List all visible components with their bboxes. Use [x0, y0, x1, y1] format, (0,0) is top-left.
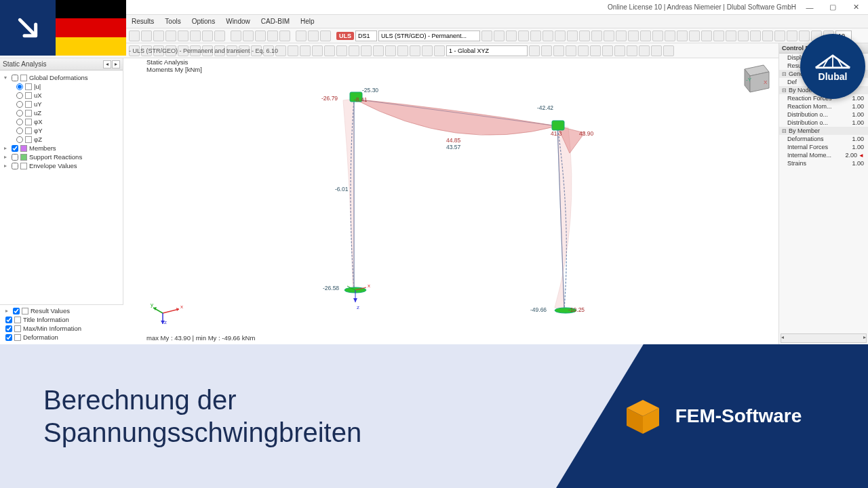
toolbar-button[interactable]: [494, 30, 505, 41]
row-deformations[interactable]: Deformations1.00: [779, 135, 868, 143]
toolbar-button[interactable]: [267, 30, 278, 41]
toolbar-button[interactable]: [231, 30, 241, 41]
tree-phix[interactable]: φX: [1, 117, 121, 126]
toolbar-button[interactable]: [663, 45, 674, 56]
control-panel-scrollbar[interactable]: ◂▸: [781, 333, 867, 343]
tree-uy[interactable]: uY: [1, 100, 121, 108]
orientation-cube[interactable]: -Y X: [736, 60, 773, 96]
toolbar-button[interactable]: [506, 30, 517, 41]
toolbar-button[interactable]: [279, 30, 290, 41]
model-viewport[interactable]: Static Analysis Moments My [kNm] -Y X x …: [123, 58, 778, 344]
combo-coordsys[interactable]: 1 - Global XYZ: [446, 45, 528, 56]
toolbar-button[interactable]: [410, 45, 420, 56]
tree-ux[interactable]: uX: [1, 91, 121, 100]
tree-phiy[interactable]: φY: [1, 126, 121, 135]
toolbar-button[interactable]: [787, 30, 797, 41]
tree-deformation[interactable]: Deformation: [3, 333, 121, 342]
toolbar-button[interactable]: [518, 30, 529, 41]
row-dist1[interactable]: Distribution o...1.00: [779, 110, 868, 119]
toolbar-button[interactable]: [481, 30, 492, 41]
toolbar-button[interactable]: [665, 30, 675, 41]
toolbar-button[interactable]: [578, 45, 589, 56]
toolbar-button[interactable]: [243, 30, 254, 41]
toolbar-button[interactable]: [640, 30, 651, 41]
toolbar-button[interactable]: [541, 45, 552, 56]
toolbar-button[interactable]: [129, 30, 140, 41]
toolbar-button[interactable]: [567, 30, 578, 41]
toolbar-button[interactable]: [255, 30, 266, 41]
toolbar-button[interactable]: [553, 45, 564, 56]
tree-global-deformations[interactable]: ▾Global Deformations: [1, 73, 121, 82]
toolbar-button[interactable]: [590, 45, 601, 56]
toolbar-button[interactable]: [651, 45, 662, 56]
toolbar-button[interactable]: [555, 30, 566, 41]
menu-window[interactable]: Window: [223, 16, 253, 26]
toolbar-button[interactable]: [300, 45, 311, 56]
combo-uls[interactable]: ULS (STR/GEO) - Permanent...: [378, 30, 480, 41]
row-internal-forces[interactable]: Internal Forces1.00: [779, 143, 868, 151]
tree-members[interactable]: ▸Members: [1, 144, 121, 152]
toolbar-button[interactable]: [677, 30, 688, 41]
tree-uz[interactable]: uZ: [1, 108, 121, 117]
toolbar-button[interactable]: [602, 45, 613, 56]
toolbar-button[interactable]: [616, 30, 627, 41]
toolbar-button[interactable]: [308, 30, 319, 41]
toolbar-button[interactable]: [397, 45, 408, 56]
toolbar-button[interactable]: [153, 30, 164, 41]
row-strains[interactable]: Strains1.00: [779, 159, 868, 167]
toolbar-button[interactable]: [434, 45, 445, 56]
toolbar-button[interactable]: [141, 30, 152, 41]
toolbar-button[interactable]: [750, 30, 761, 41]
window-minimize-button[interactable]: —: [800, 1, 819, 14]
menu-tools[interactable]: Tools: [162, 16, 183, 26]
nav-prev-button[interactable]: ◂: [103, 60, 111, 68]
toolbar-button[interactable]: [165, 30, 176, 41]
toolbar-button[interactable]: [689, 30, 700, 41]
window-maximize-button[interactable]: ▢: [823, 1, 842, 14]
toolbar-button[interactable]: [385, 45, 396, 56]
toolbar-button[interactable]: [579, 30, 590, 41]
tree-maxmin-info[interactable]: Max/Min Information: [3, 324, 121, 333]
toolbar-button[interactable]: [296, 30, 307, 41]
toolbar-button[interactable]: [542, 30, 553, 41]
toolbar-button[interactable]: [312, 45, 323, 56]
toolbar-button[interactable]: [566, 45, 576, 56]
toolbar-button[interactable]: [639, 45, 650, 56]
toolbar-button[interactable]: [628, 30, 639, 41]
toolbar-button[interactable]: [349, 45, 359, 56]
tree-phiz[interactable]: φZ: [1, 135, 121, 144]
toolbar-button[interactable]: [373, 45, 384, 56]
row-internal-mom[interactable]: Internal Mome...2.00◄: [779, 151, 868, 159]
toolbar-button[interactable]: [320, 30, 331, 41]
toolbar-button[interactable]: [530, 30, 541, 41]
toolbar-button[interactable]: [652, 30, 663, 41]
tree-envelope-values[interactable]: ▸Envelope Values: [1, 161, 121, 170]
combo-ds1[interactable]: DS1: [355, 30, 377, 41]
toolbar-button[interactable]: [190, 30, 201, 41]
menu-cadbim[interactable]: CAD-BIM: [258, 16, 292, 26]
toolbar-button[interactable]: [713, 30, 724, 41]
toolbar-button[interactable]: [738, 30, 749, 41]
toolbar-button[interactable]: [422, 45, 433, 56]
tree-u[interactable]: |u|: [1, 82, 121, 91]
nav-next-button[interactable]: ▸: [112, 60, 120, 68]
toolbar-button[interactable]: [288, 45, 298, 56]
menu-options[interactable]: Options: [189, 16, 218, 26]
tree-title-info[interactable]: Title Information: [3, 315, 121, 324]
menu-help[interactable]: Help: [298, 16, 317, 26]
toolbar-button[interactable]: [614, 45, 625, 56]
toolbar-button[interactable]: [726, 30, 736, 41]
toolbar-button[interactable]: [361, 45, 372, 56]
toolbar-button[interactable]: [202, 30, 213, 41]
row-reaction-mom[interactable]: Reaction Mom...1.00: [779, 102, 868, 110]
toolbar-button[interactable]: [627, 45, 637, 56]
tree-result-values[interactable]: ▸Result Values: [3, 306, 121, 315]
toolbar-button[interactable]: [774, 30, 785, 41]
toolbar-button[interactable]: [799, 30, 810, 41]
toolbar-button[interactable]: [324, 45, 335, 56]
toolbar-button[interactable]: [336, 45, 347, 56]
group-by-member[interactable]: By Member: [779, 127, 868, 135]
toolbar-button[interactable]: [178, 30, 189, 41]
toolbar-button[interactable]: [762, 30, 773, 41]
tree-support-reactions[interactable]: ▸Support Reactions: [1, 152, 121, 161]
